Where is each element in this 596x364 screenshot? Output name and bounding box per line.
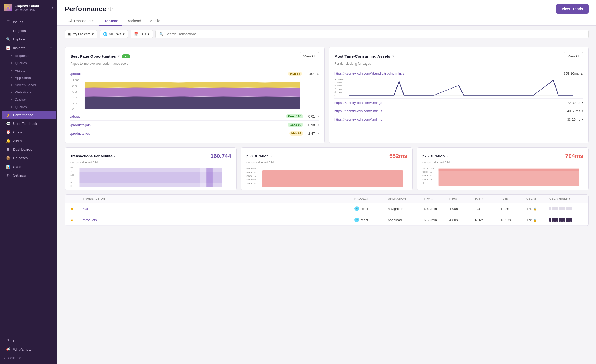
sidebar-item-user-feedback[interactable]: 💬 User Feedback — [2, 119, 56, 128]
sidebar-item-alerts[interactable]: 🔔 Alerts — [2, 137, 56, 145]
env-filter-icon: 🌐 — [103, 32, 107, 36]
p50-title: p50 Duration ▾ — [246, 154, 272, 158]
row-transaction-products[interactable]: /products — [83, 218, 352, 222]
asset-value-4: 33.20ms ▾ — [567, 118, 583, 121]
chevron-down-icon: ▾ — [446, 155, 448, 158]
svg-rect-39 — [439, 168, 579, 171]
mtc-subtitle: Render blocking for pages — [334, 62, 583, 66]
org-header[interactable]: Empower Plant demo@sentry.io ▾ — [0, 0, 57, 15]
asset-link-2[interactable]: https://*.sentry-cdn.com/*.min.js — [334, 101, 382, 105]
sidebar-item-settings[interactable]: ⚙ Settings — [2, 171, 56, 179]
tab-frontend[interactable]: Frontend — [99, 17, 122, 26]
svg-text:300ms: 300ms — [246, 175, 256, 177]
svg-text:50: 50 — [70, 181, 73, 184]
sidebar-item-label: Performance — [13, 113, 33, 117]
svg-text:4ms: 4ms — [334, 88, 342, 90]
asset-link-3[interactable]: https://*.sentry-cdn.com/*.min.js — [334, 109, 382, 113]
sidebar-item-label: Alerts — [13, 139, 22, 143]
time-filter-chevron-icon: ▾ — [148, 32, 149, 36]
search-container: 🔍 — [155, 30, 589, 38]
sidebar-item-help[interactable]: ? Help — [2, 337, 56, 345]
bpo-view-all-button[interactable]: View All — [300, 52, 319, 60]
view-trends-button[interactable]: View Trends — [556, 4, 589, 14]
time-filter-icon: 📅 — [134, 32, 138, 36]
sidebar-item-label: Projects — [13, 29, 26, 33]
col-star — [70, 197, 81, 200]
sidebar-item-screen-loads[interactable]: Screen Loads — [2, 81, 56, 89]
sidebar-item-insights[interactable]: 📈 Insights ▾ — [2, 44, 56, 52]
txn-row-about: /about Good 100 0.01 ▾ — [70, 112, 319, 120]
sidebar-item-label: Queries — [15, 61, 27, 65]
sidebar-item-projects[interactable]: ⊞ Projects — [2, 26, 56, 35]
sidebar-item-label: Releases — [13, 156, 28, 160]
org-chevron-icon: ▾ — [52, 6, 53, 9]
chevron-down-icon: ▾ — [582, 118, 583, 121]
svg-text:0: 0 — [422, 182, 424, 184]
tab-all-transactions[interactable]: All Transactions — [65, 17, 98, 26]
row-transaction-cart[interactable]: /cart — [83, 207, 352, 211]
lock-icon: 🔒 — [533, 219, 537, 222]
sidebar: Empower Plant demo@sentry.io ▾ ☰ Issues … — [0, 0, 57, 364]
mtc-view-all-button[interactable]: View All — [564, 52, 583, 60]
p50-value: 552ms — [389, 153, 407, 160]
svg-text:600ms: 600ms — [422, 174, 432, 177]
col-tpm[interactable]: TPM ↓ — [424, 197, 447, 200]
search-input[interactable] — [166, 32, 585, 36]
sidebar-item-assets[interactable]: Assets — [2, 67, 56, 74]
project-filter[interactable]: ⊞ My Projects ▾ — [65, 30, 97, 38]
sidebar-item-whats-new[interactable]: 📢 What's new — [2, 345, 56, 354]
collapse-button[interactable]: ‹ Collapse — [0, 354, 57, 362]
misery-segment — [554, 218, 556, 222]
p75-value: 704ms — [565, 153, 583, 160]
asset-value-3: 40.60ms ▾ — [567, 109, 583, 113]
col-p95: P95() — [501, 197, 524, 200]
sidebar-item-crons[interactable]: ⏰ Crons — [2, 128, 56, 136]
txn-link-about[interactable]: /about — [70, 114, 80, 118]
asset-link-1[interactable]: https://*.sentry-cdn.com/*/bundle.tracin… — [334, 72, 404, 75]
page-help-icon[interactable]: ⓘ — [108, 6, 113, 12]
misery-segment — [559, 218, 561, 222]
sidebar-item-web-vitals[interactable]: Web Vitals — [2, 89, 56, 96]
row-p95-products: 13.27s — [501, 218, 524, 222]
tab-mobile[interactable]: Mobile — [146, 17, 164, 26]
sidebar-item-queries[interactable]: Queries — [2, 60, 56, 67]
sidebar-item-releases[interactable]: 📦 Releases — [2, 154, 56, 162]
row-star-products[interactable]: ★ — [70, 218, 81, 222]
sidebar-item-caches[interactable]: Caches — [2, 96, 56, 103]
asset-row-3: https://*.sentry-cdn.com/*.min.js 40.60m… — [334, 107, 583, 115]
sidebar-item-issues[interactable]: ☰ Issues — [2, 18, 56, 26]
sidebar-item-label: App Starts — [15, 76, 31, 80]
chevron-down-icon: ▾ — [582, 101, 583, 104]
env-filter[interactable]: 🌐 All Envs ▾ — [100, 30, 128, 38]
p75-header: p75 Duration ▾ 704ms — [422, 153, 583, 160]
chevron-up-icon: ▲ — [580, 72, 583, 75]
tab-backend[interactable]: Backend — [123, 17, 144, 26]
sidebar-item-app-starts[interactable]: App Starts — [2, 74, 56, 81]
sidebar-item-dashboards[interactable]: ⊞ Dashboards — [2, 145, 56, 154]
row-p75-products: 6.92s — [475, 218, 499, 222]
mtc-card-header: Most Time-Consuming Assets ▾ View All — [334, 52, 583, 60]
time-filter[interactable]: 📅 14D ▾ — [131, 30, 153, 38]
sidebar-item-label: Crons — [13, 130, 22, 134]
txn-value-products-join: 0.98 — [306, 123, 315, 127]
asset-ms-4: 33.20ms — [567, 118, 580, 121]
txn-link-products[interactable]: /products — [70, 72, 84, 76]
dot-icon — [11, 77, 12, 78]
txn-link-products-join[interactable]: /products-join — [70, 123, 91, 127]
sidebar-item-explore[interactable]: 🔍 Explore ▾ — [2, 35, 56, 43]
projects-icon: ⊞ — [6, 28, 10, 33]
bpo-title: Best Page Opportunities ▾ new — [70, 54, 130, 58]
svg-text:900ms: 900ms — [422, 171, 432, 173]
sidebar-item-queues[interactable]: Queues — [2, 103, 56, 110]
col-transaction[interactable]: TRANSACTION — [83, 197, 352, 200]
search-icon: 🔍 — [159, 32, 163, 36]
sidebar-item-stats[interactable]: 📊 Stats — [2, 162, 56, 171]
sidebar-item-performance[interactable]: ⚡ Performance — [2, 111, 56, 119]
asset-link-4[interactable]: https://*.sentry-cdn.com/*.min.js — [334, 118, 382, 121]
sidebar-item-requests[interactable]: Requests — [2, 52, 56, 59]
txn-link-products-fes[interactable]: /products-fes — [70, 132, 90, 136]
user-feedback-icon: 💬 — [6, 121, 10, 126]
dashboards-icon: ⊞ — [6, 147, 10, 151]
row-star-cart[interactable]: ★ — [70, 207, 81, 211]
svg-rect-23 — [200, 168, 207, 187]
